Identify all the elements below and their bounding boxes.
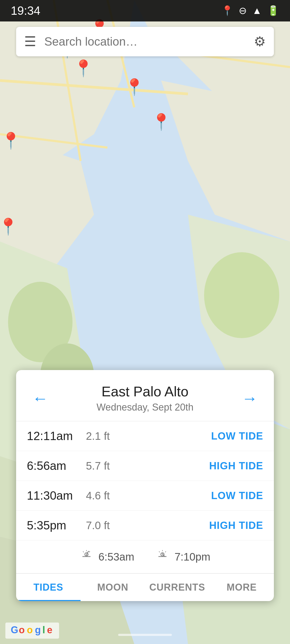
map-marker[interactable]: 📍 <box>1 131 21 150</box>
tide-time-4: 5:35pm <box>27 519 86 532</box>
status-time: 19:34 <box>11 4 40 17</box>
tide-entry-3: 11:30am 4.6 ft LOW TIDE <box>16 481 274 511</box>
next-arrow[interactable]: → <box>236 389 263 408</box>
location-info: East Palo Alto Wednesday, Sept 20th <box>54 383 236 413</box>
svg-line-29 <box>83 551 84 552</box>
minus-circle-icon: ⊖ <box>239 5 247 16</box>
home-indicator <box>118 634 172 636</box>
svg-text:o: o <box>19 624 25 635</box>
sunset-item: 7:10pm <box>156 548 210 565</box>
sheet-header: ← East Palo Alto Wednesday, Sept 20th → <box>16 370 274 421</box>
sunset-icon <box>156 548 169 565</box>
bottom-sheet: ← East Palo Alto Wednesday, Sept 20th → … <box>16 370 274 601</box>
svg-text:g: g <box>35 624 41 635</box>
search-bar[interactable]: ☰ ⚙ <box>16 27 274 56</box>
tide-time-2: 6:56am <box>27 459 86 473</box>
menu-icon[interactable]: ☰ <box>24 34 36 49</box>
tide-height-2: 5.7 ft <box>86 460 209 472</box>
tide-time-1: 12:11am <box>27 429 86 443</box>
tab-more[interactable]: MORE <box>209 574 274 601</box>
svg-point-18 <box>204 252 279 338</box>
tide-entry-1: 12:11am 2.1 ft LOW TIDE <box>16 421 274 451</box>
battery-icon: 🔋 <box>267 5 279 16</box>
tide-label-3: LOW TIDE <box>211 490 263 502</box>
tide-entry-2: 6:56am 5.7 ft HIGH TIDE <box>16 451 274 481</box>
sunrise-time: 6:53am <box>99 551 134 563</box>
map-marker[interactable]: 📍 <box>151 112 171 131</box>
tide-list: 12:11am 2.1 ft LOW TIDE 6:56am 5.7 ft HI… <box>16 421 274 540</box>
tide-entry-4: 5:35pm 7.0 ft HIGH TIDE <box>16 511 274 540</box>
search-input[interactable] <box>44 35 254 48</box>
tab-tides[interactable]: TIDES <box>16 574 81 601</box>
sunrise-icon <box>80 548 93 565</box>
tide-height-4: 7.0 ft <box>86 519 209 532</box>
tab-moon[interactable]: MOON <box>81 574 145 601</box>
tide-time-3: 11:30am <box>27 489 86 502</box>
tabs: TIDES MOON CURRENTS MORE <box>16 573 274 601</box>
map-marker[interactable]: 📍 <box>73 59 93 78</box>
sunset-time: 7:10pm <box>175 551 210 563</box>
prev-arrow[interactable]: ← <box>27 389 54 408</box>
map-marker[interactable]: 📍 <box>124 78 144 97</box>
wifi-icon: ▲ <box>252 5 262 16</box>
status-icons: 📍 ⊖ ▲ 🔋 <box>221 5 279 16</box>
svg-text:l: l <box>42 624 45 635</box>
tide-height-1: 2.1 ft <box>86 430 211 442</box>
tide-height-3: 4.6 ft <box>86 490 211 502</box>
location-name: East Palo Alto <box>54 383 236 400</box>
status-bar: 19:34 📍 ⊖ ▲ 🔋 <box>0 0 290 21</box>
location-icon: 📍 <box>221 5 233 16</box>
map-marker[interactable]: 📍 <box>0 217 18 236</box>
tide-label-1: LOW TIDE <box>211 430 263 442</box>
sun-row: 6:53am 7:10pm <box>16 540 274 573</box>
svg-text:e: e <box>47 624 52 635</box>
tab-currents[interactable]: CURRENTS <box>145 574 209 601</box>
sunrise-item: 6:53am <box>80 548 134 565</box>
tide-label-4: HIGH TIDE <box>209 520 263 531</box>
svg-line-34 <box>165 551 166 552</box>
settings-icon[interactable]: ⚙ <box>254 34 266 49</box>
svg-text:o: o <box>27 624 33 635</box>
location-date: Wednesday, Sept 20th <box>54 402 236 413</box>
tide-label-2: HIGH TIDE <box>209 460 263 472</box>
svg-line-33 <box>159 551 160 552</box>
svg-text:G: G <box>11 624 18 635</box>
